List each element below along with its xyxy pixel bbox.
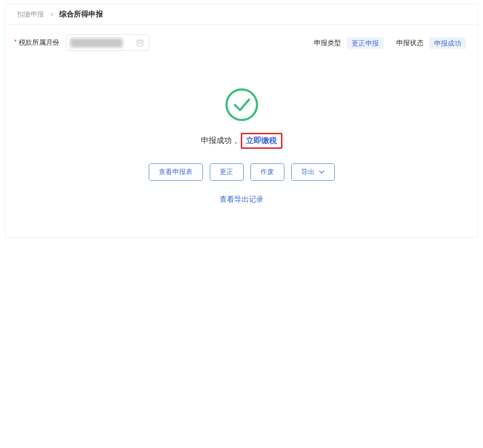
result-area: 申报成功， 立即缴税 查看申报表 更正 作废 导出 xyxy=(5,88,478,204)
export-dropdown-button[interactable]: 导出 xyxy=(291,163,335,181)
success-message-row: 申报成功， 立即缴税 xyxy=(201,133,282,149)
declaration-panel: 扣缴申报 > 综合所得申报 * 税款所属月份 xyxy=(5,4,478,238)
breadcrumb-parent[interactable]: 扣缴申报 xyxy=(17,10,44,19)
view-declaration-form-label: 查看申报表 xyxy=(159,168,193,176)
tax-month-field-group: * 税款所属月份 xyxy=(14,34,149,51)
chevron-down-icon xyxy=(319,170,325,174)
pay-now-highlight-box: 立即缴税 xyxy=(241,133,282,149)
redacted-month-value xyxy=(70,38,123,48)
form-meta-row: * 税款所属月份 申报类型 更正申 xyxy=(5,25,478,51)
tax-month-input[interactable] xyxy=(66,34,149,51)
declaration-meta: 申报类型 更正申报 申报状态 申报成功 xyxy=(314,37,466,49)
declaration-status-badge: 申报成功 xyxy=(429,37,466,49)
correct-label: 更正 xyxy=(220,168,234,176)
breadcrumb-separator-icon: > xyxy=(50,11,54,18)
tax-month-label: 税款所属月份 xyxy=(18,38,59,47)
required-asterisk: * xyxy=(14,38,16,46)
declaration-type-badge: 更正申报 xyxy=(347,37,384,49)
export-label: 导出 xyxy=(301,168,315,176)
action-buttons-row: 查看申报表 更正 作废 导出 xyxy=(149,163,335,181)
pay-now-link[interactable]: 立即缴税 xyxy=(246,136,277,144)
declaration-type-label: 申报类型 xyxy=(314,39,341,48)
breadcrumb-current: 综合所得申报 xyxy=(60,10,103,19)
void-button[interactable]: 作废 xyxy=(250,163,284,181)
success-check-icon xyxy=(225,88,259,122)
breadcrumb: 扣缴申报 > 综合所得申报 xyxy=(5,4,478,25)
declaration-status-label: 申报状态 xyxy=(396,39,423,48)
void-label: 作废 xyxy=(261,168,274,176)
view-export-records-link[interactable]: 查看导出记录 xyxy=(220,195,264,204)
success-text: 申报成功， xyxy=(201,136,240,146)
view-declaration-form-button[interactable]: 查看申报表 xyxy=(149,163,203,181)
correct-button[interactable]: 更正 xyxy=(210,163,244,181)
calendar-icon xyxy=(136,39,144,47)
